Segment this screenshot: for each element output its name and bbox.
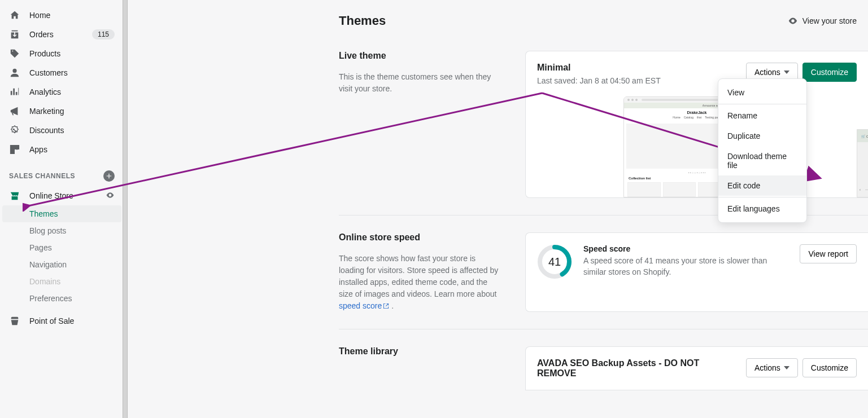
library-actions-button[interactable]: Actions xyxy=(746,358,798,377)
nav-discounts[interactable]: Discounts xyxy=(0,121,124,140)
chevron-down-icon xyxy=(784,71,790,74)
live-theme-desc: This is the theme customers see when the… xyxy=(339,71,503,95)
theme-preview: Announce something here Login or Create … xyxy=(537,96,857,197)
speed-heading: Online store speed xyxy=(339,232,503,243)
nav-label: Analytics xyxy=(29,87,61,96)
nav-label: Marketing xyxy=(29,107,64,116)
dropdown-edit-languages[interactable]: Edit languages xyxy=(718,199,806,219)
customers-icon xyxy=(9,67,20,78)
nav-point-of-sale[interactable]: Point of Sale xyxy=(0,311,124,331)
view-report-button[interactable]: View report xyxy=(800,244,857,263)
products-icon xyxy=(9,48,20,59)
nav-apps[interactable]: Apps xyxy=(0,140,124,159)
subnav-themes[interactable]: Themes xyxy=(2,205,121,222)
nav-label: Discounts xyxy=(29,126,64,135)
live-theme-card: Minimal Last saved: Jan 8 at 04:50 am ES… xyxy=(525,51,868,198)
add-channel-button[interactable] xyxy=(103,170,115,182)
dropdown-edit-code[interactable]: Edit code xyxy=(718,175,806,196)
subnav-navigation[interactable]: Navigation xyxy=(0,256,124,273)
view-store-link[interactable]: View your store xyxy=(788,16,857,26)
speed-score-value: 41 xyxy=(537,244,572,279)
subnav-pages[interactable]: Pages xyxy=(0,239,124,256)
nav-analytics[interactable]: Analytics xyxy=(0,82,124,102)
live-theme-heading: Live theme xyxy=(339,51,503,61)
speed-score-link[interactable]: speed score xyxy=(339,300,389,312)
speed-score-desc: A speed score of 41 means your store is … xyxy=(583,256,788,278)
speed-ring: 41 xyxy=(537,244,572,279)
dropdown-duplicate[interactable]: Duplicate xyxy=(718,126,806,146)
apps-icon xyxy=(9,144,20,155)
nav-label: Apps xyxy=(29,145,47,154)
nav-label: Online Store xyxy=(29,191,73,200)
nav-orders[interactable]: Orders 115 xyxy=(0,25,124,44)
dropdown-view[interactable]: View xyxy=(718,82,806,103)
nav-marketing[interactable]: Marketing xyxy=(0,102,124,121)
analytics-icon xyxy=(9,86,20,98)
theme-name: Minimal xyxy=(537,63,661,73)
nav-label: Products xyxy=(29,49,60,58)
nav-customers[interactable]: Customers xyxy=(0,63,124,82)
last-saved: Last saved: Jan 8 at 04:50 am EST xyxy=(537,76,661,85)
library-customize-button[interactable]: Customize xyxy=(802,358,857,377)
pos-icon xyxy=(9,315,20,327)
subnav-preferences[interactable]: Preferences xyxy=(0,290,124,307)
library-card: AVADA SEO Backup Assets - DO NOT REMOVE … xyxy=(525,346,868,390)
eye-icon xyxy=(788,16,798,26)
speed-score-label: Speed score xyxy=(583,244,788,253)
library-theme-name: AVADA SEO Backup Assets - DO NOT REMOVE xyxy=(537,358,706,379)
dropdown-rename[interactable]: Rename xyxy=(718,105,806,126)
nav-label: Point of Sale xyxy=(29,316,74,325)
page-title: Themes xyxy=(339,14,386,28)
nav-label: Customers xyxy=(29,68,68,77)
sales-channels-label: SALES CHANNELS xyxy=(0,166,124,186)
orders-badge: 115 xyxy=(92,29,115,39)
store-icon xyxy=(9,190,20,201)
nav-home[interactable]: Home xyxy=(0,6,124,25)
sidebar: Home Orders 115 Products Customers Analy… xyxy=(0,0,124,418)
dropdown-download[interactable]: Download theme file xyxy=(718,146,806,175)
customize-button[interactable]: Customize xyxy=(802,63,857,82)
speed-desc: The score shows how fast your store is l… xyxy=(339,253,503,312)
view-store-icon[interactable] xyxy=(106,191,115,201)
online-store-subnav: Themes Blog posts Pages Navigation Domai… xyxy=(0,205,124,307)
nav-label: Home xyxy=(29,11,50,20)
speed-card: 41 Speed score A speed score of 41 means… xyxy=(525,232,868,312)
marketing-icon xyxy=(9,105,20,117)
subnav-blog-posts[interactable]: Blog posts xyxy=(0,222,124,239)
main-content: Themes View your store Live theme This i… xyxy=(124,0,868,418)
library-heading: Theme library xyxy=(339,346,503,357)
actions-dropdown: View Rename Duplicate Download theme fil… xyxy=(718,78,807,223)
home-icon xyxy=(9,10,20,21)
nav-online-store[interactable]: Online Store xyxy=(0,186,124,205)
subnav-domains[interactable]: Domains xyxy=(0,273,124,290)
discounts-icon xyxy=(9,125,20,136)
orders-icon xyxy=(9,29,20,40)
external-link-icon xyxy=(383,303,389,309)
nav-label: Orders xyxy=(29,30,54,39)
nav-products[interactable]: Products xyxy=(0,44,124,63)
chevron-down-icon xyxy=(784,366,790,369)
